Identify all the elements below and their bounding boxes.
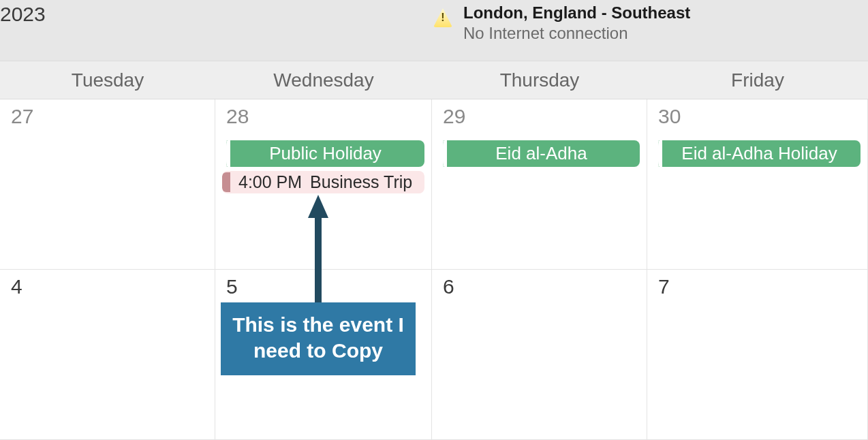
event-time: 4:00 PM: [238, 172, 302, 192]
status-message: No Internet connection: [463, 23, 690, 44]
day-number: 29: [439, 105, 640, 128]
event-label: Eid al-Adha: [495, 143, 587, 163]
event-eid-al-adha[interactable]: Eid al-Adha: [439, 140, 640, 167]
day-cell[interactable]: 27: [0, 99, 215, 270]
location-text: London, England - Southeast: [463, 3, 690, 23]
day-number: 28: [222, 105, 424, 128]
event-label: Public Holiday: [269, 143, 382, 163]
callout-text: This is the event I need to Copy: [232, 313, 404, 362]
month-title: 2023: [0, 3, 215, 26]
event-handle: [222, 172, 230, 192]
day-number: 27: [7, 105, 208, 128]
day-number: 7: [654, 275, 861, 298]
day-header-wed: Wednesday: [215, 69, 432, 91]
day-cell[interactable]: 4: [0, 270, 215, 440]
event-public-holiday[interactable]: Public Holiday: [222, 140, 424, 167]
event-title: Business Trip: [310, 172, 412, 192]
day-cell[interactable]: 30 Eid al-Adha Holiday: [647, 99, 868, 270]
event-eid-al-adha-holiday[interactable]: Eid al-Adha Holiday: [654, 140, 861, 167]
day-number: 4: [7, 275, 208, 298]
day-number: 30: [654, 105, 861, 128]
day-header-fri: Friday: [647, 69, 868, 91]
day-number: 5: [222, 275, 424, 298]
day-cell[interactable]: 28 Public Holiday 4:00 PM Business Trip: [215, 99, 432, 270]
connection-status: ! London, England - Southeast No Interne…: [433, 3, 690, 44]
status-text: London, England - Southeast No Internet …: [463, 3, 690, 44]
event-business-trip[interactable]: 4:00 PM Business Trip: [222, 171, 424, 193]
day-cell[interactable]: 7: [647, 270, 868, 440]
calendar-grid: 27 28 Public Holiday 4:00 PM Business Tr…: [0, 99, 868, 440]
day-header-thu: Thursday: [432, 69, 647, 91]
day-header-tue: Tuesday: [0, 69, 215, 91]
event-label: Eid al-Adha Holiday: [681, 143, 837, 163]
day-header-row: Tuesday Wednesday Thursday Friday: [0, 61, 868, 99]
day-cell[interactable]: 6: [432, 270, 647, 440]
calendar-header: 2023 ! London, England - Southeast No In…: [0, 0, 868, 61]
day-number: 6: [439, 275, 640, 298]
day-cell[interactable]: 29 Eid al-Adha: [432, 99, 647, 270]
warning-icon: !: [433, 8, 452, 27]
annotation-callout: This is the event I need to Copy: [221, 302, 416, 375]
